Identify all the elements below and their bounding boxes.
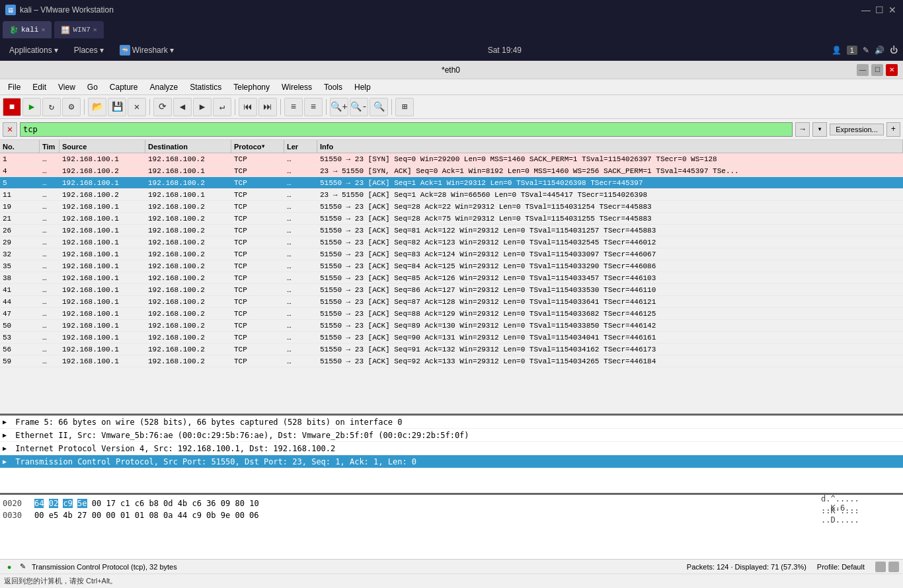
list-item[interactable]: ▶ Frame 5: 66 bytes on wire (528 bits), … <box>0 416 903 429</box>
menu-telephony[interactable]: Telephony <box>228 81 275 93</box>
cell-dst: 192.168.100.2 <box>145 227 231 235</box>
tb-zoom-in[interactable]: 🔍+ <box>330 98 348 116</box>
col-header-proto[interactable]: Protoco ▾ <box>231 140 284 153</box>
table-row[interactable]: 56 … 192.168.100.1 192.168.100.2 TCP … 5… <box>0 344 903 355</box>
table-row[interactable]: 47 … 192.168.100.1 192.168.100.2 TCP … 5… <box>0 308 903 320</box>
table-row[interactable]: 41 … 192.168.100.1 192.168.100.2 TCP … 5… <box>0 284 903 296</box>
tab-win7-label: WIN7 <box>73 26 90 34</box>
menu-edit[interactable]: Edit <box>27 81 52 93</box>
cell-len: … <box>284 298 317 306</box>
cell-dst: 192.168.100.2 <box>145 298 231 306</box>
tb-stop-red[interactable]: ■ <box>3 98 21 116</box>
tab-win7[interactable]: 🪟 WIN7 ✕ <box>54 21 103 38</box>
filter-input[interactable] <box>20 122 793 137</box>
list-item[interactable]: ▶ Ethernet II, Src: Vmware_5b:76:ae (00:… <box>0 429 903 442</box>
cell-len: … <box>284 191 317 199</box>
minimize-btn[interactable]: — <box>861 5 871 15</box>
status-text: Transmission Control Protocol (tcp), 32 … <box>32 563 177 571</box>
cell-proto: TCP <box>231 322 284 330</box>
power-icon[interactable]: ⏻ <box>890 46 898 55</box>
menu-file[interactable]: File <box>3 81 26 93</box>
applications-label: Applications <box>9 46 52 55</box>
table-row[interactable]: 35 … 192.168.100.1 192.168.100.2 TCP … 5… <box>0 260 903 272</box>
tb-reload[interactable]: ⟳ <box>153 98 172 116</box>
title-bar-controls[interactable]: — ☐ ✕ <box>861 5 898 15</box>
places-menu[interactable]: Places ▾ <box>70 44 108 56</box>
table-row[interactable]: 53 … 192.168.100.1 192.168.100.2 TCP … 5… <box>0 332 903 344</box>
list-item[interactable]: ▶ Transmission Control Protocol, Src Por… <box>0 455 903 468</box>
tb-forward[interactable]: ▶ <box>193 98 212 116</box>
ws-minimize-btn[interactable]: — <box>857 64 869 76</box>
tb-open[interactable]: 📂 <box>88 98 106 116</box>
tb-first[interactable]: ⏮ <box>239 98 257 116</box>
tb-auto-scroll[interactable]: ≡ <box>304 98 323 116</box>
close-btn[interactable]: ✕ <box>887 5 898 15</box>
ws-maximize-btn[interactable]: ☐ <box>871 64 883 76</box>
menu-tools[interactable]: Tools <box>319 81 348 93</box>
tb-zoom-normal[interactable]: 🔍 <box>370 98 388 116</box>
cell-src: 192.168.100.1 <box>59 262 145 270</box>
tab-kali[interactable]: 🐉 kali ✕ <box>3 21 52 38</box>
table-row[interactable]: 26 … 192.168.100.1 192.168.100.2 TCP … 5… <box>0 225 903 237</box>
tb-start-capture[interactable]: ▶ <box>22 98 41 116</box>
table-row[interactable]: 32 … 192.168.100.1 192.168.100.2 TCP … 5… <box>0 248 903 260</box>
table-row[interactable]: 19 … 192.168.100.1 192.168.100.2 TCP … 5… <box>0 201 903 213</box>
cell-info: 51550 → 23 [ACK] Seq=91 Ack=132 Win=2931… <box>317 346 903 353</box>
ws-window-title: *eth0 <box>45 65 857 75</box>
filter-clear-btn[interactable]: ✕ <box>3 122 17 137</box>
tb-save[interactable]: 💾 <box>108 98 126 116</box>
cell-src: 192.168.100.2 <box>59 167 145 175</box>
filter-add-btn[interactable]: + <box>886 122 900 137</box>
cell-proto: TCP <box>231 239 284 246</box>
filter-apply-btn[interactable]: → <box>795 122 810 137</box>
table-row[interactable]: 21 … 192.168.100.1 192.168.100.2 TCP … 5… <box>0 213 903 225</box>
table-row[interactable]: 59 … 192.168.100.1 192.168.100.2 TCP … 5… <box>0 355 903 367</box>
cell-no: 19 <box>0 203 40 211</box>
menu-go[interactable]: Go <box>82 81 103 93</box>
table-row[interactable]: 5 … 192.168.100.1 192.168.100.2 TCP … 51… <box>0 177 903 189</box>
table-row[interactable]: 44 … 192.168.100.1 192.168.100.2 TCP … 5… <box>0 296 903 308</box>
filter-expression-btn[interactable]: Expression... <box>830 124 884 135</box>
cell-proto: TCP <box>231 334 284 342</box>
tab-kali-close[interactable]: ✕ <box>41 26 45 34</box>
tb-back[interactable]: ◀ <box>173 98 192 116</box>
tb-capture-options[interactable]: ⚙ <box>62 98 81 116</box>
table-row[interactable]: 29 … 192.168.100.1 192.168.100.2 TCP … 5… <box>0 237 903 248</box>
menu-view[interactable]: View <box>53 81 81 93</box>
cell-time: … <box>40 286 59 294</box>
menu-analyze[interactable]: Analyze <box>145 81 184 93</box>
tab-win7-close[interactable]: ✕ <box>93 26 97 34</box>
wireshark-menu[interactable]: 🦈 Wireshark ▾ <box>116 44 178 57</box>
menu-help[interactable]: Help <box>349 81 376 93</box>
list-item[interactable]: ▶ Internet Protocol Version 4, Src: 192.… <box>0 442 903 455</box>
tb-colorize[interactable]: ≡ <box>284 98 303 116</box>
cell-len: … <box>284 274 317 282</box>
table-row[interactable]: 1 … 192.168.100.1 192.168.100.2 TCP … 51… <box>0 153 903 165</box>
maximize-btn[interactable]: ☐ <box>874 5 884 15</box>
ws-close-btn[interactable]: ✕ <box>886 64 898 76</box>
table-row[interactable]: 38 … 192.168.100.1 192.168.100.2 TCP … 5… <box>0 272 903 284</box>
cell-no: 26 <box>0 227 40 235</box>
table-row[interactable]: 50 … 192.168.100.1 192.168.100.2 TCP … 5… <box>0 320 903 332</box>
cell-info: 51550 → 23 [ACK] Seq=85 Ack=126 Win=2931… <box>317 274 903 282</box>
tb-close[interactable]: ✕ <box>128 98 146 116</box>
cell-info: 51550 → 23 [ACK] Seq=1 Ack=1 Win=29312 L… <box>317 179 903 187</box>
table-row[interactable]: 11 … 192.168.100.2 192.168.100.1 TCP … 2… <box>0 189 903 201</box>
tb-go-packet[interactable]: ↵ <box>213 98 231 116</box>
table-row[interactable]: 4 … 192.168.100.2 192.168.100.1 TCP … 23… <box>0 165 903 177</box>
cell-dst: 192.168.100.1 <box>145 167 231 175</box>
cell-no: 21 <box>0 215 40 223</box>
tb-zoom-out[interactable]: 🔍- <box>350 98 368 116</box>
applications-menu[interactable]: Applications ▾ <box>5 44 62 56</box>
tb-resize-columns[interactable]: ⊞ <box>395 98 414 116</box>
ws-window-controls[interactable]: — ☐ ✕ <box>857 64 898 76</box>
menu-capture[interactable]: Capture <box>104 81 143 93</box>
menu-wireless[interactable]: Wireless <box>276 81 317 93</box>
tb-sep2 <box>149 99 150 115</box>
menu-statistics[interactable]: Statistics <box>184 81 227 93</box>
cell-no: 38 <box>0 274 40 282</box>
tb-restart[interactable]: ↻ <box>42 98 61 116</box>
tb-prev[interactable]: ⏭ <box>258 98 277 116</box>
toolbar: ■ ▶ ↻ ⚙ 📂 💾 ✕ ⟳ ◀ ▶ ↵ ⏮ ⏭ ≡ ≡ 🔍+ 🔍- 🔍 ⊞ <box>0 95 903 119</box>
filter-dropdown-btn[interactable]: ▾ <box>812 122 827 137</box>
